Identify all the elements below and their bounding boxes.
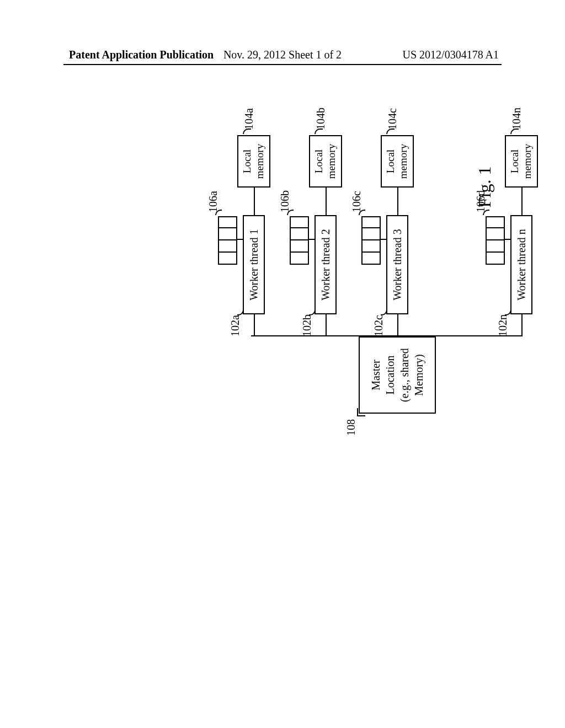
memory-label: 104a	[243, 108, 255, 130]
label-curve	[237, 309, 244, 315]
queue-boxes	[361, 216, 381, 265]
worker-connector	[254, 314, 255, 336]
queue-label: 106c	[350, 191, 363, 212]
memory-connector	[397, 188, 398, 215]
worker-label: 102n	[497, 314, 509, 336]
worker-name: Worker thread 1	[248, 229, 260, 300]
memory-box: Local memory	[381, 135, 414, 188]
queue-cell	[486, 240, 505, 253]
worker-label: 102c	[372, 315, 385, 336]
queue-connector	[505, 239, 511, 240]
queue-cell	[218, 228, 237, 240]
header-right: US 2012/0304178 A1	[403, 49, 499, 61]
queue-boxes	[290, 216, 309, 265]
memory-box: Local memory	[309, 135, 342, 188]
queue-cell	[486, 216, 505, 228]
queue-cell	[361, 216, 381, 228]
queue-cell	[361, 253, 381, 265]
header-center: Nov. 29, 2012 Sheet 1 of 2	[223, 49, 342, 61]
worker-box: Worker thread 3	[386, 215, 408, 314]
queue-cell	[218, 216, 237, 228]
queue-cell	[218, 253, 237, 265]
memory-text: Local memory	[385, 144, 410, 179]
worker-name: Worker thread 3	[391, 229, 404, 300]
master-text: Master Location (e.g., shared Memory)	[369, 348, 426, 402]
bus-line	[251, 335, 521, 336]
master-label-connector	[357, 408, 365, 416]
memory-text: Local memory	[241, 144, 266, 179]
queue-boxes	[486, 216, 505, 265]
figure-label: Fig. 1	[475, 167, 495, 208]
queue-cell	[290, 216, 309, 228]
worker-box: Worker thread n	[510, 215, 532, 314]
memory-connector	[326, 188, 327, 215]
master-box: Master Location (e.g., shared Memory)	[359, 336, 436, 414]
worker-name: Worker thread 2	[319, 229, 332, 300]
label-curve	[309, 309, 316, 315]
diagram: Master Location (e.g., shared Memory) 10…	[50, 138, 491, 524]
header-divider	[63, 64, 502, 65]
queue-cell	[486, 228, 505, 240]
queue-cell	[486, 253, 505, 265]
worker-connector	[521, 314, 523, 336]
queue-cell	[290, 253, 309, 265]
label-curve	[505, 309, 511, 315]
queue-label: 106b	[279, 190, 291, 212]
worker-box: Worker thread 2	[315, 215, 337, 314]
queue-cell	[361, 240, 381, 253]
memory-box: Local memory	[505, 135, 538, 188]
queue-cell	[290, 240, 309, 253]
worker-label: 102a	[229, 315, 242, 336]
memory-box: Local memory	[237, 135, 270, 188]
worker-name: Worker thread n	[515, 229, 528, 300]
worker-box: Worker thread 1	[243, 215, 265, 314]
memory-text: Local memory	[313, 144, 338, 179]
worker-connector	[326, 314, 327, 336]
memory-connector	[254, 188, 255, 215]
memory-text: Local memory	[509, 144, 534, 179]
memory-label: 104b	[315, 108, 327, 130]
page-header: Patent Application Publication Nov. 29, …	[0, 49, 565, 61]
worker-label: 102b	[301, 314, 313, 336]
queue-label: 106a	[207, 191, 220, 212]
queue-connector	[381, 239, 387, 240]
memory-label: 104c	[386, 108, 399, 130]
queue-boxes	[218, 216, 237, 265]
label-curve	[381, 309, 387, 315]
queue-cell	[361, 228, 381, 240]
memory-connector	[521, 188, 523, 215]
queue-cell	[218, 240, 237, 253]
queue-connector	[309, 239, 316, 240]
memory-label: 104n	[510, 108, 523, 130]
queue-connector	[237, 239, 244, 240]
queue-cell	[290, 228, 309, 240]
master-label: 108	[345, 419, 358, 436]
header-left: Patent Application Publication	[69, 49, 214, 61]
worker-connector	[397, 314, 398, 336]
